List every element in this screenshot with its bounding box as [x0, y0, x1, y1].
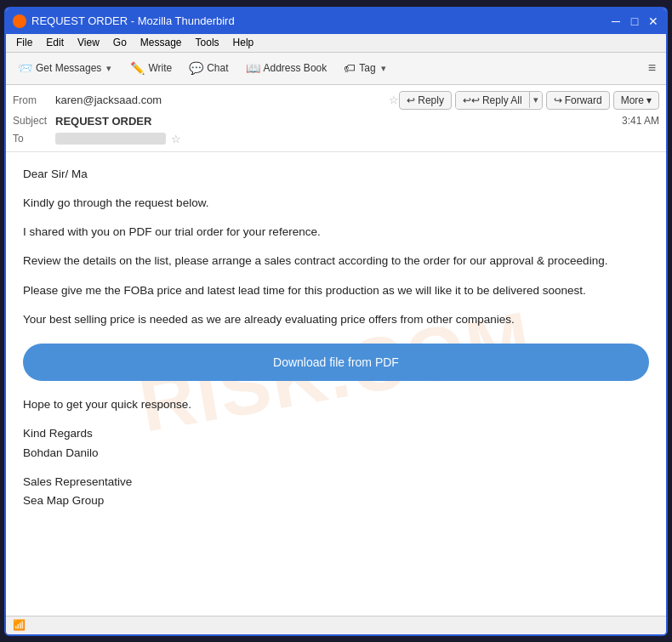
connection-icon: 📶: [13, 619, 26, 631]
para-title: Sales Representative: [23, 474, 649, 491]
more-label: More: [621, 94, 644, 106]
get-messages-button[interactable]: 📨 Get Messages ▾: [11, 58, 120, 79]
subject-label: Subject: [13, 115, 55, 127]
menu-file[interactable]: File: [9, 35, 39, 50]
to-star-icon[interactable]: ☆: [171, 133, 181, 145]
menu-bar: File Edit View Go Message Tools Help: [6, 34, 666, 53]
thunderbird-window: REQUEST ORDER - Mozilla Thunderbird ─ □ …: [4, 7, 668, 636]
reply-all-button[interactable]: ↩↩ Reply All: [456, 92, 529, 109]
forward-icon: ↪: [554, 94, 562, 106]
reply-all-label: Reply All: [482, 94, 522, 106]
reply-icon: ↩: [407, 94, 415, 106]
reply-all-dropdown[interactable]: ▾: [529, 92, 542, 108]
to-value-blurred: [55, 133, 166, 145]
get-messages-dropdown[interactable]: ▾: [105, 61, 113, 76]
reply-label: Reply: [418, 94, 444, 106]
reply-all-split: ↩↩ Reply All ▾: [455, 91, 543, 110]
from-row: From karen@jacksaad.com ☆ ↩ Reply ↩↩ Rep…: [13, 88, 659, 112]
write-button[interactable]: ✏️ Write: [123, 58, 179, 78]
from-star-icon[interactable]: ☆: [389, 94, 399, 106]
para-intro: Kindly go through the request below.: [23, 195, 649, 212]
get-messages-icon: 📨: [18, 61, 32, 75]
more-button[interactable]: More ▾: [613, 91, 659, 110]
timestamp: 3:41 AM: [622, 115, 659, 127]
para-company: Sea Map Group: [23, 492, 649, 509]
more-dropdown-icon: ▾: [646, 94, 652, 106]
from-value: karen@jacksaad.com: [55, 94, 384, 106]
menu-tools[interactable]: Tools: [189, 35, 226, 50]
title-bar: REQUEST ORDER - Mozilla Thunderbird ─ □ …: [6, 9, 666, 34]
window-title: REQUEST ORDER - Mozilla Thunderbird: [31, 14, 610, 27]
chat-icon: 💬: [189, 61, 203, 75]
tag-label: Tag: [359, 62, 375, 74]
address-book-label: Address Book: [264, 62, 327, 74]
app-icon: [13, 14, 26, 28]
subject-value: REQUEST ORDER: [55, 115, 615, 128]
email-body: RISK.COM Dear Sir/ Ma Kindly go through …: [6, 152, 666, 616]
tag-dropdown[interactable]: ▾: [379, 61, 388, 76]
para-pdf: I shared with you on PDF our trial order…: [23, 224, 649, 241]
para-price: Your best selling price is needed as we …: [23, 311, 649, 328]
write-icon: ✏️: [130, 61, 145, 75]
address-book-icon: 📖: [246, 61, 260, 75]
maximize-button[interactable]: □: [629, 15, 641, 27]
hamburger-menu-button[interactable]: ≡: [643, 57, 661, 79]
menu-message[interactable]: Message: [134, 35, 189, 50]
to-row: To ☆: [13, 130, 659, 148]
toolbar: 📨 Get Messages ▾ ✏️ Write 💬 Chat 📖 Addre…: [6, 53, 666, 85]
para-name: Bohdan Danilo: [23, 445, 649, 462]
chat-label: Chat: [207, 62, 228, 74]
forward-button[interactable]: ↪ Forward: [546, 91, 610, 110]
download-pdf-button[interactable]: Download file from PDF: [23, 344, 649, 381]
email-body-content: Dear Sir/ Ma Kindly go through the reque…: [23, 166, 649, 510]
address-book-button[interactable]: 📖 Address Book: [239, 58, 334, 78]
tag-icon: 🏷: [344, 61, 356, 75]
menu-go[interactable]: Go: [106, 35, 134, 50]
menu-edit[interactable]: Edit: [39, 35, 71, 50]
para-greeting: Dear Sir/ Ma: [23, 166, 649, 183]
para-review: Review the details on the list, please a…: [23, 253, 649, 270]
tag-button[interactable]: 🏷 Tag ▾: [337, 58, 394, 79]
forward-label: Forward: [565, 94, 602, 106]
close-button[interactable]: ✕: [647, 15, 659, 27]
chat-button[interactable]: 💬 Chat: [182, 58, 235, 78]
from-label: From: [13, 94, 55, 106]
email-header: From karen@jacksaad.com ☆ ↩ Reply ↩↩ Rep…: [6, 85, 666, 152]
status-bar: 📶: [6, 616, 666, 634]
get-messages-label: Get Messages: [36, 62, 101, 74]
minimize-button[interactable]: ─: [610, 15, 622, 27]
para-regards: Kind Regards: [23, 425, 649, 442]
write-label: Write: [148, 62, 172, 74]
to-label: To: [13, 133, 55, 145]
window-controls: ─ □ ✕: [610, 15, 659, 27]
menu-view[interactable]: View: [71, 35, 106, 50]
email-actions: ↩ Reply ↩↩ Reply All ▾ ↪ Forward More ▾: [399, 91, 659, 110]
menu-help[interactable]: Help: [226, 35, 261, 50]
reply-button[interactable]: ↩ Reply: [399, 91, 452, 110]
para-foba: Please give me the FOBa price and latest…: [23, 282, 649, 299]
reply-all-icon: ↩↩: [463, 94, 480, 106]
subject-row: Subject REQUEST ORDER 3:41 AM: [13, 112, 659, 130]
para-response: Hope to get your quick response.: [23, 396, 649, 413]
